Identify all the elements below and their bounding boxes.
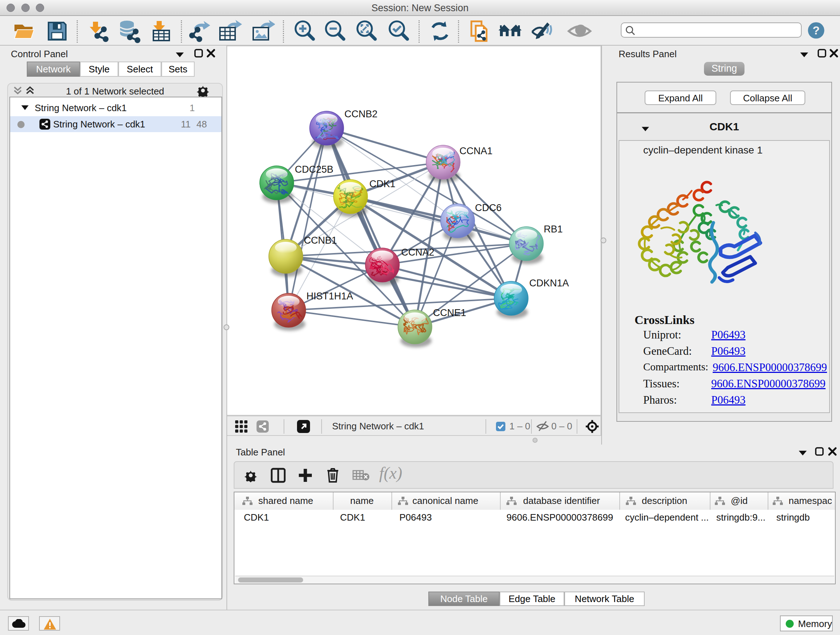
svg-text:HIST1H1A: HIST1H1A — [306, 291, 353, 302]
svg-text:CDKN1A: CDKN1A — [529, 278, 569, 288]
svg-text:CCNB2: CCNB2 — [344, 109, 378, 119]
svg-text:CDC6: CDC6 — [475, 203, 502, 213]
svg-text:CDK1: CDK1 — [369, 179, 395, 189]
svg-text:CCNA2: CCNA2 — [401, 247, 434, 258]
svg-text:CCNE1: CCNE1 — [433, 307, 466, 318]
svg-text:CCNB1: CCNB1 — [304, 235, 337, 246]
svg-text:CDC25B: CDC25B — [295, 164, 333, 175]
svg-text:RB1: RB1 — [544, 224, 563, 234]
svg-text:CCNA1: CCNA1 — [459, 146, 493, 157]
svg-text:?: ? — [813, 24, 820, 37]
